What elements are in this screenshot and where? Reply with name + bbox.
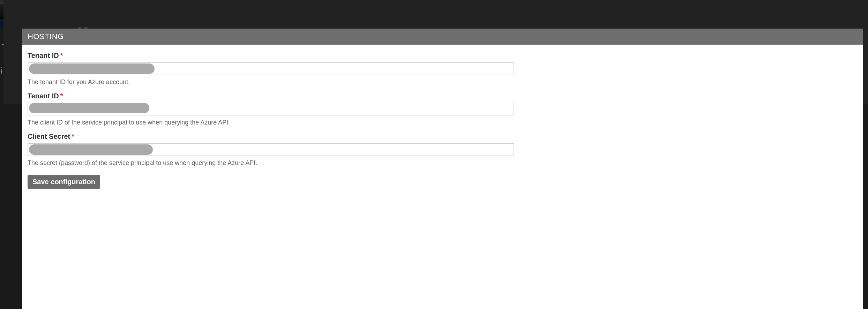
hosting-settings-panel: HOSTING Tenant ID* The tenant ID for you… (22, 29, 863, 309)
panel-title: HOSTING (28, 32, 64, 41)
input-wrap (28, 143, 858, 156)
label-text: Tenant ID (28, 52, 59, 59)
required-marker: * (59, 52, 63, 59)
field-label: Tenant ID* (28, 92, 858, 100)
save-configuration-button[interactable]: Save configuration (28, 175, 100, 189)
left-gutter: ◄ (0, 29, 3, 309)
panel-title-bar: HOSTING (22, 29, 863, 45)
client-secret-input[interactable] (28, 143, 514, 156)
form-row-client-secret: Client Secret* The secret (password) of … (28, 133, 858, 167)
field-help-text: The client ID of the service principal t… (28, 119, 858, 126)
required-marker: * (59, 92, 63, 100)
input-wrap (28, 62, 858, 75)
field-label: Client Secret* (28, 133, 858, 141)
required-marker: * (70, 133, 74, 140)
label-text: Client Secret (28, 133, 70, 140)
client-id-input[interactable] (28, 103, 514, 115)
input-wrap (28, 103, 858, 115)
field-help-text: The secret (password) of the service pri… (28, 159, 858, 167)
label-text: Tenant ID (28, 92, 59, 100)
panel-body: Tenant ID* The tenant ID for you Azure a… (22, 45, 863, 309)
form-row-client-id: Tenant ID* The client ID of the service … (28, 92, 858, 126)
field-label: Tenant ID* (28, 52, 858, 60)
form-row-tenant-id: Tenant ID* The tenant ID for you Azure a… (28, 52, 858, 86)
gutter-indicator-dots (1, 67, 2, 74)
tenant-id-input[interactable] (28, 62, 514, 75)
field-help-text: The tenant ID for you Azure account. (28, 78, 858, 86)
